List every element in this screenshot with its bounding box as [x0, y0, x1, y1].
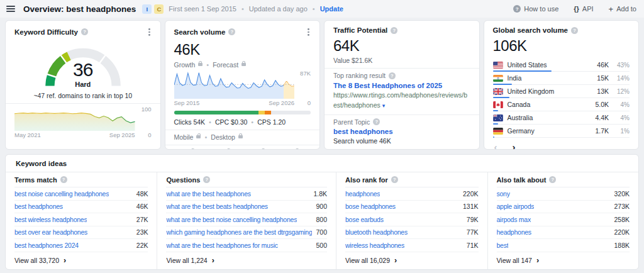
intent-badge-informational[interactable]: I — [142, 4, 152, 14]
country-share: 43% — [613, 62, 630, 69]
keyword-link[interactable]: bose earbuds — [345, 216, 384, 223]
keyword-row: apple airpods273K — [497, 201, 630, 214]
info-icon[interactable]: ? — [391, 27, 397, 34]
web-link[interactable]: Web — [174, 148, 195, 150]
main-content: Keyword Difficulty ? 36 Hard ~47 ref. do… — [0, 18, 644, 273]
keyword-link[interactable]: best wireless headphones — [14, 216, 87, 223]
keyword-link[interactable]: what are the best headphones — [166, 190, 250, 198]
top-result-url-toggle[interactable]: https://www.rtings.com/headphones/review… — [333, 91, 470, 111]
chevron-right-icon[interactable]: › — [513, 142, 516, 150]
caret-down-icon: ▾ — [382, 103, 386, 109]
video-link[interactable]: Video — [241, 148, 265, 150]
info-icon[interactable]: ? — [228, 28, 235, 35]
keyword-row: what are the best noise cancelling headp… — [166, 213, 327, 226]
keyword-link[interactable]: which gaming headphones are the best dtr… — [166, 228, 312, 236]
top-result-title-link[interactable]: The 8 Best Headphones of 2025 — [333, 82, 470, 89]
traffic-potential-card: Traffic Potential ? 64K Value $21.6K Top… — [324, 20, 480, 150]
keyword-link[interactable]: headphones — [497, 228, 531, 236]
keyword-volume: 46K — [133, 203, 148, 210]
country-name: United States — [508, 61, 547, 69]
info-icon[interactable]: ? — [373, 118, 380, 125]
clicks-metrics-row: Clicks 54K • CPC $0.30 • CPS 1.20 — [174, 118, 311, 126]
lock-icon — [238, 135, 243, 138]
column-header: Questions ? — [166, 172, 327, 187]
india-flag-icon — [493, 75, 503, 82]
country-row-australia: Australia 4.4K 4% — [493, 111, 630, 125]
difficulty-trend-chart: 100 0 May 2021 Sep 2025 — [14, 107, 152, 138]
country-name: Canada — [508, 101, 531, 108]
keyword-link[interactable]: best over ear headphones — [14, 228, 87, 236]
api-label: API — [582, 5, 594, 13]
intent-badge-commercial[interactable]: C — [154, 4, 164, 14]
difficulty-note: ~47 ref. domains to rank in top 10 — [14, 92, 152, 99]
info-icon[interactable]: ? — [60, 176, 67, 183]
view-all-also-rank-for-link[interactable]: View all 16,029› — [345, 252, 478, 269]
api-button[interactable]: {} API — [574, 5, 593, 13]
add-to-button[interactable]: + Add to — [609, 5, 636, 13]
parent-topic-volume: Search volume 46K — [333, 137, 470, 145]
keyword-link[interactable]: headphones — [345, 190, 380, 198]
parent-topic-link[interactable]: best headphones — [333, 128, 470, 135]
x-axis-end-label: Sep 2025 — [109, 131, 135, 138]
keyword-link[interactable]: bose headphones — [345, 203, 396, 210]
how-to-use-button[interactable]: ? How to use — [513, 5, 558, 13]
keyword-link[interactable]: best noise cancelling headphones — [14, 190, 109, 198]
divider — [325, 114, 479, 115]
info-icon[interactable]: ? — [391, 176, 398, 183]
difficulty-level: Hard — [33, 81, 133, 88]
search-volume-chart: 87K 0 Sep 2015 Sep 2026 — [174, 71, 311, 106]
country-share: 1% — [613, 128, 630, 135]
info-icon[interactable]: ? — [203, 176, 210, 183]
update-link[interactable]: Update — [320, 5, 343, 13]
also-talk-about-header: Also talk about — [497, 176, 547, 184]
keyword-link[interactable]: bluetooth headphones — [345, 228, 408, 236]
forecast-link[interactable]: Forecast — [213, 61, 246, 69]
growth-link[interactable]: Growth — [174, 61, 203, 69]
keyword-link[interactable]: apple airpods — [497, 203, 535, 210]
card-header: Keyword Difficulty ? — [14, 26, 152, 38]
keyword-link[interactable]: best — [497, 242, 509, 249]
keyword-row: headphones220K — [345, 187, 478, 201]
view-all-questions-link[interactable]: View all 1,224› — [166, 252, 327, 269]
keyword-link[interactable]: airpods max — [497, 216, 531, 223]
x-axis-start-label: Sep 2015 — [174, 99, 200, 106]
info-icon[interactable]: ? — [81, 28, 88, 35]
keyword-link[interactable]: what are the best headphones for music — [166, 242, 277, 249]
info-icon[interactable]: ? — [389, 72, 396, 79]
info-icon[interactable]: ? — [571, 27, 578, 34]
kebab-menu-icon[interactable] — [306, 26, 311, 38]
metrics-cards-row: Keyword Difficulty ? 36 Hard ~47 ref. do… — [5, 20, 639, 150]
keyword-link[interactable]: what are the best beats headphones — [166, 203, 267, 210]
view-all-terms-match-link[interactable]: View all 33,720› — [14, 252, 148, 269]
difficulty-score: 36 — [33, 59, 133, 81]
card-header: Traffic Potential ? — [333, 26, 470, 34]
kebab-menu-icon[interactable] — [147, 26, 152, 38]
mobile-link[interactable]: Mobile — [174, 133, 201, 141]
organic-clicks-segment — [174, 111, 259, 114]
how-to-use-label: How to use — [524, 5, 558, 13]
column-header: Also rank for ? — [345, 172, 478, 187]
card-header: Search volume ? — [174, 26, 311, 38]
news-link[interactable]: News — [275, 148, 299, 150]
keyword-link[interactable]: best headphones — [14, 203, 63, 210]
separator-dot: • — [313, 5, 315, 13]
chevron-left-icon[interactable]: ‹ — [494, 142, 497, 150]
clicks-value: Clicks 54K — [174, 118, 206, 126]
global-search-volume-title: Global search volume — [493, 26, 569, 34]
cpc-value: CPC $0.30 — [215, 118, 247, 126]
top-result-url: https://www.rtings.com/headphones/review… — [333, 91, 467, 109]
keyword-link[interactable]: wireless headphones — [345, 242, 404, 249]
keyword-volume: 131K — [459, 203, 479, 210]
search-volume-title: Search volume — [174, 28, 226, 36]
view-all-also-talk-about-link[interactable]: View all 147› — [497, 252, 630, 269]
keyword-link[interactable]: what are the best noise cancelling headp… — [166, 216, 297, 223]
keyword-link[interactable]: sony — [497, 190, 510, 198]
menu-icon[interactable] — [6, 6, 15, 12]
info-icon[interactable]: ? — [549, 176, 556, 183]
keyword-link[interactable]: best headphones 2024 — [14, 242, 79, 249]
country-volume: 13K — [597, 87, 609, 95]
image-link[interactable]: Image — [205, 148, 231, 150]
global-search-volume-value: 106K — [493, 37, 630, 55]
desktop-link[interactable]: Desktop — [211, 133, 243, 141]
country-name: United Kingdom — [508, 87, 555, 95]
